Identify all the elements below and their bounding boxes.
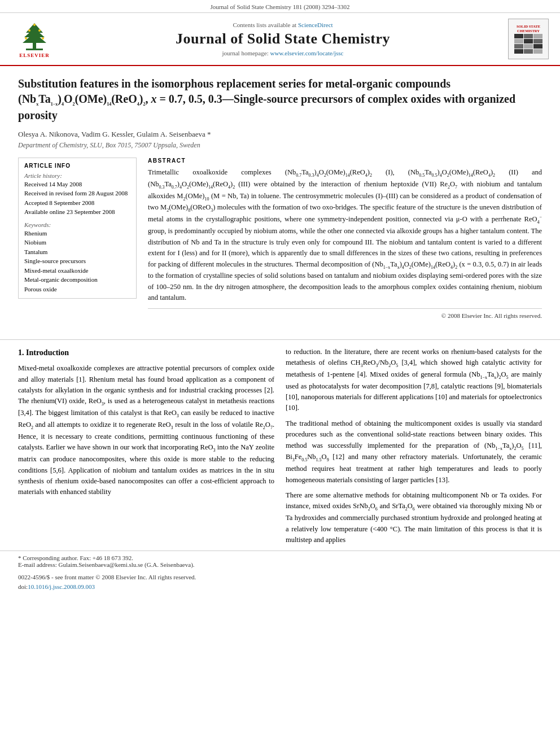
journal-citation: Journal of Solid State Chemistry 181 (20… [0,0,560,13]
keyword-item: Niobium [24,238,130,247]
journal-header: ELSEVIER Contents lists available at Sci… [0,13,560,66]
history-label: Article history: [24,172,130,179]
svg-point-7 [25,37,27,40]
sciencedirect-line: Contents lists available at ScienceDirec… [60,21,506,28]
article-content: Substitution features in the isomorphous… [0,66,560,333]
article-info-abstract: ARTICLE INFO Article history: Received 1… [18,158,542,319]
elsevier-text: ELSEVIER [19,53,50,58]
abstract-title: ABSTRACT [148,158,542,164]
footnote-text: * Corresponding author. Fax: +46 18 673 … [18,554,542,561]
copyright-notice: 0022-4596/$ - see front matter © 2008 El… [18,573,542,583]
keyword-item: Single-source precursors [24,256,130,266]
article-info-column: ARTICLE INFO Article history: Received 1… [18,158,137,319]
article-info-title: ARTICLE INFO [24,163,130,169]
intro-para-3: The traditional method of obtaining the … [286,418,542,486]
intro-heading: 1. Introduction [18,347,274,359]
received-revised: Received in revised form 28 August 2008 [24,189,130,198]
keyword-item: Metal-organic decomposition [24,275,130,285]
article-info-box: ARTICLE INFO Article history: Received 1… [18,158,137,299]
article-title: Substitution features in the isomorphous… [18,76,542,123]
citation-text: Journal of Solid State Chemistry 181 (20… [210,3,349,10]
body-col-left: 1. Introduction Mixed-metal oxoalkoxide … [18,347,274,551]
homepage-link[interactable]: www.elsevier.com/locate/jssc [270,50,343,56]
doi-link[interactable]: 10.1016/j.jssc.2008.09.003 [28,583,95,590]
section-divider [0,339,560,340]
accepted-date: Accepted 8 September 2008 [24,198,130,208]
logo-grid [514,34,542,54]
journal-title: Journal of Solid State Chemistry [60,30,506,47]
bottom-info: 0022-4596/$ - see front matter © 2008 El… [0,570,560,595]
keyword-item: Porous oxide [24,285,130,294]
svg-point-8 [42,37,44,40]
journal-logo-right: SOLID STATE CHEMISTRY [506,19,551,59]
available-online: Available online 23 September 2008 [24,207,130,217]
elsevier-logo: ELSEVIER [9,20,60,58]
journal-homepage: journal homepage: www.elsevier.com/locat… [60,50,506,56]
abstract-section: ABSTRACT Trimetallic oxoalkoxide complex… [148,158,542,319]
abstract-text: Trimetallic oxoalkoxide complexes (Nb0.7… [148,167,542,304]
received-date: Received 14 May 2008 [24,180,130,189]
body-col-right: to reduction. In the literature, there a… [286,347,542,551]
keyword-item: Mixed-metal oxaalkoxide [24,266,130,276]
svg-point-6 [38,29,41,32]
svg-point-9 [33,24,36,26]
author-affiliation: Department of Chemistry, SLU, Box 7015, … [18,141,542,150]
article-dates: Received 14 May 2008 Received in revised… [24,180,130,217]
intro-para-1: Mixed-metal oxoalkoxide complexes are at… [18,363,274,498]
body-content: 1. Introduction Mixed-metal oxoalkoxide … [0,347,560,551]
keyword-item: Rhenium [24,229,130,238]
svg-point-5 [28,29,30,32]
keyword-item: Tantalum [24,247,130,257]
authors: Olesya A. Nikonova, Vadim G. Kessler, Gu… [18,130,542,139]
keywords-label: Keywords: [24,221,130,228]
journal-logo-box: SOLID STATE CHEMISTRY [508,19,549,59]
intro-para-4: There are some alternative methods for o… [286,490,542,545]
keywords-section: Keywords: RheniumNiobiumTantalumSingle-s… [24,221,130,294]
keywords-list: RheniumNiobiumTantalumSingle-source prec… [24,229,130,294]
doi: doi:10.1016/j.jssc.2008.09.003 [18,582,542,592]
intro-para-2: to reduction. In the literature, there a… [286,347,542,414]
sciencedirect-link[interactable]: ScienceDirect [298,21,333,28]
footnote: * Corresponding author. Fax: +46 18 673 … [0,551,560,570]
journal-center: Contents lists available at ScienceDirec… [60,21,506,56]
abstract-column: ABSTRACT Trimetallic oxoalkoxide complex… [148,158,542,319]
copyright-line: © 2008 Elsevier Inc. All rights reserved… [148,308,542,319]
footnote-email: E-mail address: Gulaim.Seisenbaeva@kemi.… [18,561,542,568]
svg-rect-1 [26,49,43,50]
